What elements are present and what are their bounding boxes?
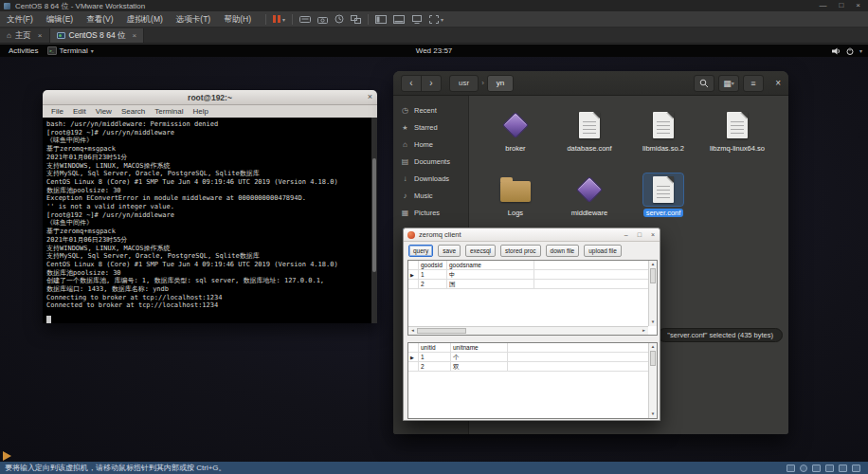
scroll-up-icon[interactable] (649, 343, 658, 351)
terminal-output[interactable]: bash: /usr/yn/middleware: Permission den… (43, 118, 377, 323)
sidebar-item[interactable]: Documents (393, 153, 468, 170)
file-item[interactable]: database.conf (552, 105, 626, 170)
sidebar-item[interactable]: Pictures (393, 204, 468, 221)
cdrom-icon[interactable] (800, 465, 807, 472)
show-thumbnail-bar-button[interactable] (393, 15, 405, 24)
terminal-menu-item[interactable]: View (91, 107, 117, 116)
app-menu-button[interactable]: >_ Terminal ▾ (47, 46, 94, 55)
scrollbar-thumb[interactable] (372, 158, 376, 271)
goods-grid[interactable]: goodsid goodsname 1 中 (407, 260, 658, 336)
scroll-down-icon[interactable] (649, 319, 658, 326)
grid-row[interactable]: 1 个 (408, 353, 648, 362)
vmware-menu-item[interactable]: 文件(F) (0, 11, 40, 27)
chevron-down-icon[interactable]: ▾ (282, 16, 285, 23)
activities-button[interactable]: Activities (0, 46, 47, 55)
grid-cell[interactable]: 1 (419, 270, 447, 280)
manage-snapshots-button[interactable] (351, 15, 361, 24)
scrollbar-track[interactable] (649, 351, 657, 410)
horizontal-scrollbar[interactable] (408, 326, 648, 335)
system-status-area[interactable]: ▾ (832, 47, 862, 55)
tab-close-icon[interactable] (133, 31, 137, 40)
maximize-icon[interactable] (638, 228, 642, 241)
column-header[interactable]: unitid (419, 343, 451, 353)
terminal-menu-item[interactable]: Help (188, 107, 212, 116)
show-library-button[interactable] (375, 15, 387, 24)
terminal-menu-item[interactable]: File (46, 107, 68, 116)
console-view-button[interactable] (411, 15, 423, 24)
close-icon[interactable] (775, 78, 781, 88)
zeromq-action-button[interactable]: down file (546, 245, 580, 257)
sidebar-item[interactable]: Starred (393, 118, 468, 136)
snapshot-button[interactable] (317, 15, 328, 24)
zeromq-action-button[interactable]: execsql (465, 245, 496, 257)
units-grid[interactable]: unitid unitname 1 个 (407, 342, 658, 419)
network-adapter-icon[interactable] (812, 465, 821, 472)
terminal-titlebar[interactable]: root@192:~ (43, 90, 377, 105)
sidebar-item[interactable]: Music (393, 187, 468, 204)
grid-row[interactable]: 2 国 (408, 280, 648, 289)
grid-cell[interactable]: 双 (451, 362, 508, 372)
zeromq-titlebar[interactable]: zeromq client (404, 228, 660, 242)
breadcrumb-yn[interactable]: yn (487, 75, 514, 92)
file-item[interactable]: broker (479, 105, 552, 170)
chevron-down-icon[interactable]: ▾ (441, 16, 443, 23)
revert-snapshot-button[interactable] (335, 14, 344, 24)
terminal-menu-item[interactable]: Terminal (150, 107, 188, 116)
sidebar-item[interactable]: Recent (393, 101, 468, 118)
sidebar-item[interactable]: Home (393, 136, 468, 153)
grid-cell[interactable]: 中 (447, 270, 534, 280)
grid-cell[interactable]: 个 (451, 353, 508, 362)
fullscreen-button[interactable]: ▾ (429, 15, 443, 24)
file-item[interactable]: server.conf (626, 170, 700, 234)
send-ctrl-alt-del-button[interactable] (299, 15, 311, 24)
scroll-down-icon[interactable] (649, 410, 658, 418)
vertical-scrollbar[interactable] (648, 261, 657, 326)
printer-icon[interactable] (852, 465, 860, 472)
scrollbar-thumb[interactable] (417, 328, 466, 334)
scrollbar-thumb[interactable] (650, 268, 656, 283)
column-header[interactable]: unitname (451, 343, 508, 353)
minimize-icon[interactable] (819, 0, 826, 11)
vmware-menu-item[interactable]: 帮助(H) (217, 11, 258, 27)
vmware-menu-item[interactable]: 选项卡(T) (170, 11, 217, 27)
file-item[interactable]: libzmq-linux64.so (700, 105, 774, 170)
usb-icon[interactable] (825, 465, 834, 472)
clock-button[interactable]: Wed 23:57 (416, 46, 453, 55)
terminal-scrollbar[interactable] (371, 118, 377, 323)
scroll-left-icon[interactable] (408, 327, 417, 335)
tab-home[interactable]: 主页 (0, 28, 50, 43)
close-icon[interactable] (368, 92, 372, 101)
grid-row[interactable]: 1 中 (408, 270, 648, 280)
minimize-icon[interactable] (624, 228, 628, 241)
vertical-scrollbar[interactable] (648, 343, 657, 418)
file-item[interactable]: libmidas.so.2 (626, 105, 700, 170)
harddisk-icon[interactable] (787, 465, 795, 472)
close-icon[interactable] (651, 228, 655, 241)
vmware-menu-item[interactable]: 查看(V) (80, 11, 119, 27)
vmware-menu-item[interactable]: 虚拟机(M) (120, 11, 170, 27)
grid-cell[interactable]: 国 (447, 280, 534, 289)
sound-icon[interactable] (839, 465, 847, 472)
file-item[interactable]: middleware (552, 170, 626, 234)
grid-cell[interactable]: 1 (419, 353, 451, 362)
close-icon[interactable] (856, 0, 860, 11)
zeromq-action-button[interactable]: stored proc (500, 245, 541, 257)
tab-close-icon[interactable] (38, 31, 43, 40)
scrollbar-track[interactable] (417, 327, 640, 335)
scrollbar-track[interactable] (649, 268, 657, 319)
breadcrumb-usr[interactable]: usr (449, 75, 479, 92)
vmware-menu-item[interactable]: 编辑(E) (40, 11, 80, 27)
grid-cell[interactable]: 2 (419, 280, 447, 289)
maximize-icon[interactable] (839, 0, 843, 11)
grid-row[interactable]: 2 双 (408, 362, 648, 372)
column-header[interactable]: goodsid (419, 261, 447, 270)
search-button[interactable] (694, 75, 714, 92)
suspend-vm-button[interactable]: ▾ (273, 15, 285, 23)
scroll-up-icon[interactable] (649, 261, 658, 268)
forward-button[interactable] (421, 75, 442, 92)
column-header[interactable]: goodsname (447, 261, 534, 270)
scroll-right-icon[interactable] (640, 327, 648, 335)
scrollbar-thumb[interactable] (650, 351, 656, 366)
zeromq-action-button[interactable]: query (408, 245, 433, 257)
menu-button[interactable] (743, 75, 764, 92)
